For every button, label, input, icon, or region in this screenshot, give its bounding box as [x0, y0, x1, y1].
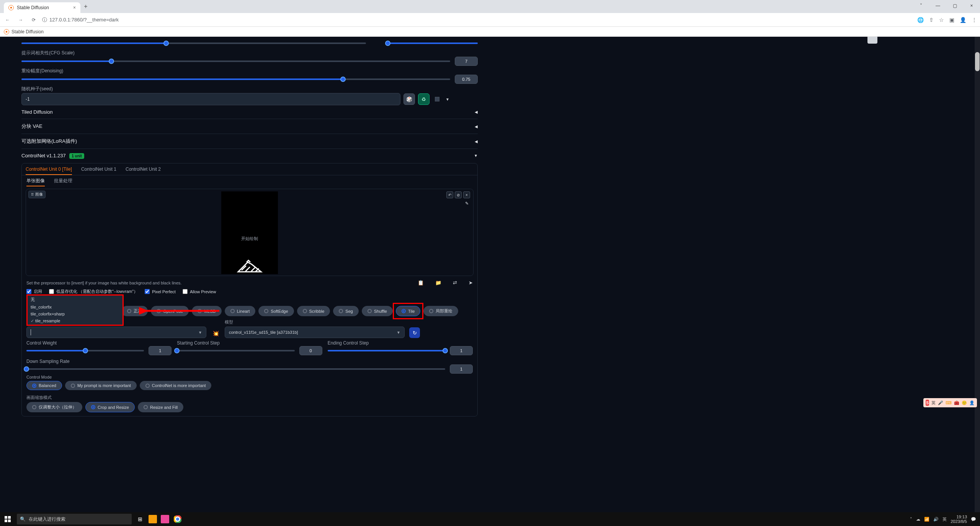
preprocessor-input[interactable]: ▼: [26, 327, 206, 338]
tab-unit-1[interactable]: ControlNet Unit 1: [81, 167, 116, 175]
extra-seed-expand-icon[interactable]: ▼: [446, 97, 449, 101]
control-type-softedge[interactable]: SoftEdge: [258, 306, 294, 316]
window-restore-icon[interactable]: ▢: [946, 0, 963, 11]
control-mode-prompt[interactable]: My prompt is more important: [65, 381, 137, 390]
ime-face-icon[interactable]: 🙂: [962, 400, 967, 405]
preproc-option-colorfix-sharp[interactable]: tile_colorfix+sharp: [28, 310, 122, 317]
swap-icon[interactable]: ⇄: [453, 280, 457, 286]
swap-icon[interactable]: ⇅: [867, 37, 877, 44]
slider-unknown-b[interactable]: [386, 39, 478, 47]
controlnet-image-area[interactable]: ⠿ 图像 ↶ ⊘ × ✎ 开始绘制: [26, 189, 474, 276]
tray-cloud-icon[interactable]: ☁: [916, 517, 920, 522]
control-mode-balanced[interactable]: Balanced: [26, 381, 62, 390]
checkbox-allow-preview[interactable]: Allow Preview: [183, 289, 216, 294]
control-type-shuffle[interactable]: Shuffle: [362, 306, 393, 316]
close-icon[interactable]: ×: [463, 191, 470, 198]
back-button[interactable]: ←: [3, 15, 12, 25]
checkbox-enable[interactable]: 启用: [26, 289, 42, 294]
copy-icon[interactable]: 📋: [418, 280, 424, 286]
accordion-lora[interactable]: 可选附加网络(LoRA插件)◀: [21, 134, 478, 149]
ime-user-icon[interactable]: 👤: [969, 400, 975, 405]
taskbar-app-chrome[interactable]: [173, 515, 182, 524]
ime-toolbar[interactable]: S 英 🎤 ⌨ 🧰 🙂 👤: [923, 398, 977, 407]
preproc-option-resample[interactable]: ✓tile_resample: [28, 317, 122, 325]
resize-crop[interactable]: Crop and Resize: [85, 402, 135, 412]
taskbar-clock[interactable]: 19:13 2023/8/5: [951, 515, 967, 524]
recycle-button[interactable]: ♻: [418, 93, 430, 105]
translate-icon[interactable]: 🌐: [917, 17, 924, 23]
send-icon[interactable]: ➤: [469, 280, 473, 286]
model-dropdown[interactable]: control_v11f1e_sd15_tile [a371b31b]▼: [225, 327, 405, 338]
window-minimize-icon[interactable]: —: [929, 0, 946, 11]
subtab-single[interactable]: 单张图像: [26, 178, 45, 186]
control-weight-value[interactable]: 1: [149, 346, 172, 355]
subtab-batch[interactable]: 批量处理: [54, 178, 72, 186]
refresh-models-button[interactable]: ↻: [409, 327, 420, 338]
scrollbar-thumb[interactable]: [975, 52, 980, 71]
site-info-icon[interactable]: ⓘ: [42, 16, 47, 23]
tab-unit-0[interactable]: ControlNet Unit 0 [Tile]: [26, 167, 72, 175]
share-icon[interactable]: ⇧: [929, 17, 934, 23]
checkbox-pixel-perfect[interactable]: Pixel Perfect: [145, 289, 176, 294]
dice-button[interactable]: 🎲: [403, 93, 415, 105]
close-tab-icon[interactable]: ×: [73, 5, 76, 10]
extra-seed-checkbox[interactable]: [435, 97, 439, 101]
pencil-icon[interactable]: ✎: [463, 200, 470, 207]
control-type-mlsd[interactable]: MLSD: [192, 306, 222, 316]
tray-notifications-icon[interactable]: 💬: [971, 517, 976, 522]
resize-stretch[interactable]: 仅调整大小（拉伸）: [26, 402, 82, 412]
run-preprocessor-button[interactable]: 💥: [211, 329, 220, 338]
control-type-openpose[interactable]: OpenPose: [151, 306, 189, 316]
taskbar-app-explorer[interactable]: [149, 515, 157, 523]
tray-wifi-icon[interactable]: 📶: [924, 517, 929, 522]
taskbar-app-media[interactable]: [161, 515, 169, 523]
denoise-slider[interactable]: [21, 78, 450, 80]
task-view-icon[interactable]: ⊞: [136, 515, 145, 524]
sidepanel-icon[interactable]: ▣: [949, 17, 954, 23]
accordion-controlnet[interactable]: ControlNet v1.1.237 1 unit ▼: [21, 149, 478, 162]
end-step-slider[interactable]: [328, 350, 445, 351]
downsample-slider[interactable]: [26, 368, 445, 370]
chevron-down-icon[interactable]: ˅: [913, 0, 929, 11]
url-text[interactable]: 127.0.0.1:7860/?__theme=dark: [49, 17, 119, 23]
checkbox-lowvram[interactable]: 低显存优化 （需配合启动参数"--lowvram"）: [49, 289, 138, 294]
control-type-normal[interactable]: 正态: [121, 306, 148, 316]
preproc-option-colorfix[interactable]: tile_colorfix: [28, 304, 122, 310]
tray-volume-icon[interactable]: 🔊: [933, 517, 939, 522]
control-type-scribble[interactable]: Scribble: [297, 306, 330, 316]
ime-voice-icon[interactable]: 🎤: [938, 400, 943, 405]
scrollbar[interactable]: [975, 37, 980, 512]
control-mode-controlnet[interactable]: ControlNet is more important: [140, 381, 212, 390]
window-close-icon[interactable]: ×: [963, 0, 980, 11]
slider-unknown-a[interactable]: [21, 39, 366, 47]
menu-icon[interactable]: ⋮: [972, 17, 977, 23]
profile-icon[interactable]: 👤: [960, 17, 966, 23]
control-type-tile[interactable]: Tile: [396, 306, 420, 316]
preproc-option-none[interactable]: 无: [28, 296, 122, 304]
start-step-slider[interactable]: [177, 350, 294, 351]
tray-chevron-icon[interactable]: ˄: [910, 517, 912, 522]
forward-button[interactable]: →: [16, 15, 25, 25]
start-step-value[interactable]: 0: [299, 346, 322, 355]
new-tab-button[interactable]: +: [80, 1, 91, 12]
control-weight-slider[interactable]: [26, 350, 144, 351]
accordion-tiled-vae[interactable]: 分块 VAE◀: [21, 119, 478, 134]
control-type-lineart[interactable]: Lineart: [225, 306, 256, 316]
resize-fill[interactable]: Resize and Fill: [138, 402, 183, 412]
taskbar-search[interactable]: 🔍 在此键入进行搜索: [17, 514, 132, 524]
ime-keyboard-icon[interactable]: ⌨: [946, 400, 952, 405]
control-type-inpaint[interactable]: 局部重绘: [423, 306, 458, 316]
browser-tab[interactable]: Stable Diffusion ×: [4, 2, 80, 13]
cfg-slider[interactable]: [21, 60, 450, 62]
cfg-value[interactable]: 7: [455, 57, 478, 66]
reload-button[interactable]: ⟳: [29, 15, 38, 25]
clear-icon[interactable]: ⊘: [455, 191, 462, 198]
start-button[interactable]: [0, 512, 15, 526]
control-type-seg[interactable]: Seg: [333, 306, 359, 316]
seed-input[interactable]: [21, 93, 400, 105]
downsample-value[interactable]: 1: [450, 364, 473, 374]
undo-icon[interactable]: ↶: [446, 191, 453, 198]
denoise-value[interactable]: 0.75: [455, 75, 478, 84]
folder-icon[interactable]: 📁: [435, 280, 441, 286]
end-step-value[interactable]: 1: [450, 346, 473, 355]
